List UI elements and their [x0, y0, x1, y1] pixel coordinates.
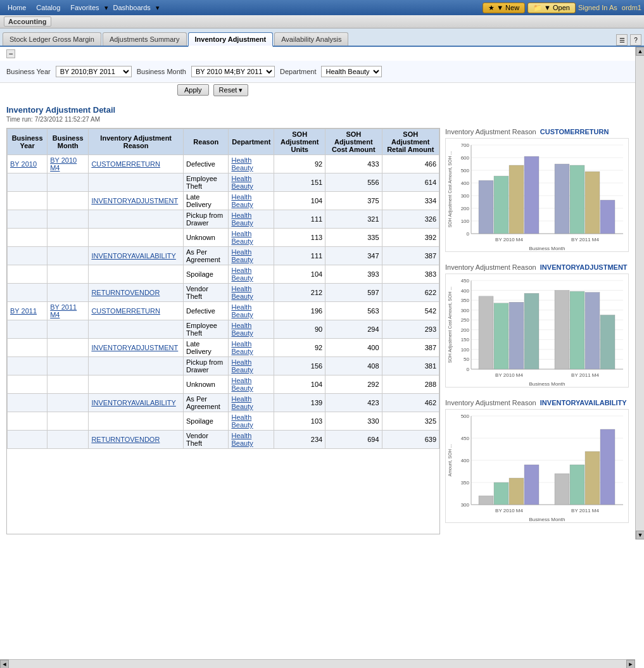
collapse-button[interactable]: −: [6, 49, 15, 58]
dept-cell[interactable]: Health Beauty: [229, 210, 274, 229]
retail-cell: 392: [382, 229, 439, 247]
tab-list-icon[interactable]: ☰: [616, 34, 628, 46]
dept-cell[interactable]: Health Beauty: [229, 265, 274, 284]
svg-rect-76: [479, 496, 493, 505]
retail-cell: 334: [382, 192, 439, 210]
units-cell: 104: [274, 265, 325, 284]
dept-cell[interactable]: Health Beauty: [229, 302, 274, 320]
sub-reason-cell: Pickup from Drawer: [184, 210, 229, 229]
dept-cell[interactable]: Health Beauty: [229, 192, 274, 210]
cost-cell: 347: [325, 247, 382, 265]
dept-cell[interactable]: Health Beauty: [229, 412, 274, 431]
tab-adjustments-summary[interactable]: Adjustments Summary: [103, 32, 187, 46]
adj-reason-cell[interactable]: INVENTORYADJUSTMENT: [89, 192, 184, 210]
tab-availability-analysis[interactable]: Availability Analysis: [274, 32, 348, 46]
units-cell: 151: [274, 173, 325, 192]
dept-cell[interactable]: Health Beauty: [229, 394, 274, 412]
table-row: UnknownHealth Beauty104292288: [8, 375, 439, 394]
cost-cell: 400: [325, 339, 382, 357]
username: ordm1: [622, 4, 641, 11]
sub-reason-cell: Pickup from Drawer: [184, 357, 229, 375]
business-month-select[interactable]: BY 2010 M4;BY 2011: [191, 66, 275, 77]
business-year-select[interactable]: BY 2010;BY 2011: [56, 66, 132, 77]
cost-cell: 694: [325, 431, 382, 449]
scrollbar-vertical[interactable]: ▲ ▼: [635, 47, 644, 539]
svg-text:300: 300: [461, 502, 470, 508]
cost-cell: 393: [325, 265, 382, 284]
dept-cell[interactable]: Health Beauty: [229, 155, 274, 173]
th-units: SOH Adjustment Units: [274, 129, 325, 155]
month-cell[interactable]: BY 2011 M4: [47, 302, 89, 320]
adj-reason-cell[interactable]: INVENTORYAVAILABILITY: [89, 247, 184, 265]
table-row: RETURNTOVENDORVendor TheftHealth Beauty2…: [8, 284, 439, 302]
chart-svg-2: 300350400450500BY 2010 M4BY 2011 M4Amoun…: [445, 409, 629, 523]
scroll-up-button[interactable]: ▲: [636, 47, 644, 56]
units-cell: 90: [274, 320, 325, 339]
nav-dashboards[interactable]: Dashboards: [108, 3, 156, 13]
department-select[interactable]: Health Beauty: [321, 66, 382, 77]
adj-reason-cell[interactable]: RETURNTOVENDOR: [89, 284, 184, 302]
dept-cell[interactable]: Health Beauty: [229, 284, 274, 302]
nav-catalog[interactable]: Catalog: [31, 3, 65, 13]
svg-text:400: 400: [461, 458, 470, 463]
nav-favorites[interactable]: Favorites: [65, 3, 104, 13]
scrollbar-horizontal[interactable]: ◄ ►: [0, 659, 635, 668]
adj-reason-cell[interactable]: INVENTORYADJUSTMENT: [89, 339, 184, 357]
svg-rect-25: [585, 172, 600, 234]
scroll-down-button[interactable]: ▼: [636, 531, 644, 539]
dept-cell[interactable]: Health Beauty: [229, 357, 274, 375]
units-cell: 139: [274, 394, 325, 412]
scroll-left-button[interactable]: ◄: [0, 660, 9, 668]
retail-cell: 381: [382, 357, 439, 375]
units-cell: 104: [274, 192, 325, 210]
retail-cell: 462: [382, 394, 439, 412]
adj-reason-cell[interactable]: RETURNTOVENDOR: [89, 431, 184, 449]
scroll-right-button[interactable]: ►: [626, 660, 635, 668]
app-container: Home Catalog Favorites ▾ Dashboards ▾ ★ …: [0, 0, 644, 668]
svg-text:0: 0: [467, 367, 470, 372]
adj-reason-cell[interactable]: CUSTOMERRETURN: [89, 302, 184, 320]
svg-text:BY 2010 M4: BY 2010 M4: [495, 372, 523, 378]
month-cell[interactable]: BY 2010 M4: [47, 155, 89, 173]
adj-reason-cell[interactable]: INVENTORYAVAILABILITY: [89, 394, 184, 412]
table-row: Pickup from DrawerHealth Beauty156408381: [8, 357, 439, 375]
reset-button[interactable]: Reset ▾: [213, 84, 249, 96]
year-cell[interactable]: BY 2010: [8, 155, 47, 173]
charts-area: Inventory Adjustment Reason CUSTOMERRETU…: [445, 128, 635, 534]
svg-text:500: 500: [461, 413, 470, 419]
svg-text:100: 100: [461, 347, 470, 353]
content-section: Inventory Adjustment Detail Time run: 7/…: [0, 100, 644, 539]
cost-cell: 408: [325, 357, 382, 375]
svg-rect-24: [570, 165, 584, 234]
dept-cell[interactable]: Health Beauty: [229, 431, 274, 449]
sub-reason-cell: Unknown: [184, 375, 229, 394]
dept-cell[interactable]: Health Beauty: [229, 229, 274, 247]
tab-stock-ledger[interactable]: Stock Ledger Gross Margin: [3, 32, 101, 46]
adj-reason-cell[interactable]: CUSTOMERRETURN: [89, 155, 184, 173]
tab-inventory-adjustment[interactable]: Inventory Adjustment: [188, 32, 274, 47]
new-button[interactable]: ★ ▼ New: [483, 3, 525, 13]
department-label: Department: [280, 68, 316, 75]
dept-cell[interactable]: Health Beauty: [229, 339, 274, 357]
svg-rect-55: [524, 293, 539, 369]
dept-cell[interactable]: Health Beauty: [229, 375, 274, 394]
year-cell[interactable]: BY 2011: [8, 302, 47, 320]
dept-cell[interactable]: Health Beauty: [229, 247, 274, 265]
table-row: BY 2010BY 2010 M4CUSTOMERRETURNDefective…: [8, 155, 439, 173]
dept-cell[interactable]: Health Beauty: [229, 320, 274, 339]
svg-text:700: 700: [461, 142, 470, 148]
table-row: Pickup from DrawerHealth Beauty111321326: [8, 210, 439, 229]
tab-help-icon[interactable]: ?: [630, 34, 641, 46]
section-title: Inventory Adjustment Detail: [6, 105, 638, 115]
svg-text:50: 50: [464, 356, 469, 362]
svg-rect-83: [585, 451, 600, 505]
open-button[interactable]: 📁 ▼ Open: [527, 3, 576, 13]
svg-rect-77: [494, 482, 508, 505]
dept-cell[interactable]: Health Beauty: [229, 173, 274, 192]
svg-text:SOH Adjustment Cost Amount, SO: SOH Adjustment Cost Amount, SOH ...: [448, 151, 453, 228]
apply-button[interactable]: Apply: [177, 84, 209, 96]
chart-title-0: Inventory Adjustment Reason CUSTOMERRETU…: [445, 128, 635, 135]
app-title: Accounting: [4, 16, 51, 27]
nav-home[interactable]: Home: [3, 3, 31, 13]
svg-rect-58: [570, 291, 584, 369]
